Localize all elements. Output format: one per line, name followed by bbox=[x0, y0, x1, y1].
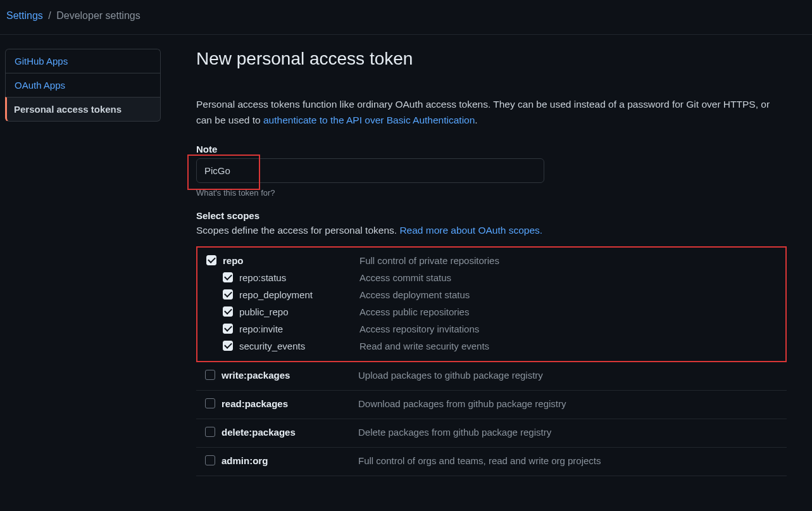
scope-checkbox-repo[interactable] bbox=[206, 255, 216, 265]
scope-row-delete-packages: delete:packages Delete packages from git… bbox=[205, 427, 778, 441]
main-content: New personal access token Personal acces… bbox=[166, 49, 812, 476]
scope-checkbox-repo-invite[interactable] bbox=[223, 324, 233, 334]
scopes-desc-text: Scopes define the access for personal to… bbox=[196, 225, 399, 236]
scope-row-security-events: security_events Read and write security … bbox=[206, 338, 777, 355]
token-description: Personal access tokens function like ord… bbox=[196, 97, 787, 129]
scope-desc: Access repository invitations bbox=[359, 324, 479, 334]
scope-name[interactable]: public_repo bbox=[239, 306, 359, 317]
scope-row-public-repo: public_repo Access public repositories bbox=[206, 303, 777, 320]
scope-desc: Delete packages from github package regi… bbox=[358, 427, 551, 438]
scope-name[interactable]: repo_deployment bbox=[239, 289, 359, 300]
scope-checkbox-repo-status[interactable] bbox=[223, 272, 233, 282]
scope-name[interactable]: delete:packages bbox=[222, 427, 358, 438]
scope-group-delete-packages: delete:packages Delete packages from git… bbox=[196, 419, 787, 448]
scope-row-admin-org: admin:org Full control of orgs and teams… bbox=[205, 455, 778, 469]
scope-group-admin-org: admin:org Full control of orgs and teams… bbox=[196, 448, 787, 476]
scope-row-repo-invite: repo:invite Access repository invitation… bbox=[206, 320, 777, 338]
scope-name[interactable]: security_events bbox=[239, 341, 359, 351]
scope-checkbox-public-repo[interactable] bbox=[223, 306, 233, 317]
note-hint: What's this token for? bbox=[196, 188, 787, 198]
scope-group-repo: repo Full control of private repositorie… bbox=[197, 248, 785, 361]
scope-row-repo: repo Full control of private repositorie… bbox=[206, 255, 777, 269]
breadcrumb-settings-link[interactable]: Settings bbox=[6, 10, 43, 21]
sidebar-item-oauth-apps[interactable]: OAuth Apps bbox=[5, 73, 161, 97]
scope-checkbox-repo-deployment[interactable] bbox=[223, 289, 233, 300]
page-title: New personal access token bbox=[196, 49, 787, 74]
breadcrumb: Settings / Developer settings bbox=[0, 0, 812, 35]
scope-desc: Full control of private repositories bbox=[359, 255, 499, 266]
scope-row-repo-status: repo:status Access commit status bbox=[206, 269, 777, 286]
scope-name[interactable]: repo bbox=[223, 255, 359, 266]
sidebar-item-github-apps[interactable]: GitHub Apps bbox=[5, 49, 161, 73]
scope-group-read-packages: read:packages Download packages from git… bbox=[196, 391, 787, 419]
scope-desc: Read and write security events bbox=[359, 341, 489, 351]
scope-name[interactable]: read:packages bbox=[222, 398, 358, 409]
oauth-scopes-link[interactable]: Read more about OAuth scopes. bbox=[399, 225, 542, 236]
scope-group-write-packages: write:packages Upload packages to github… bbox=[196, 362, 787, 391]
scope-row-read-packages: read:packages Download packages from git… bbox=[205, 398, 778, 412]
auth-api-link[interactable]: authenticate to the API over Basic Authe… bbox=[263, 115, 475, 125]
scope-checkbox-admin-org[interactable] bbox=[205, 455, 215, 465]
scope-desc: Access commit status bbox=[359, 272, 451, 283]
scope-desc: Download packages from github package re… bbox=[358, 398, 566, 409]
scope-checkbox-read-packages[interactable] bbox=[205, 398, 215, 408]
note-label: Note bbox=[196, 144, 787, 155]
scope-checkbox-write-packages[interactable] bbox=[205, 370, 215, 380]
scope-desc: Access deployment status bbox=[359, 289, 470, 300]
scope-name[interactable]: admin:org bbox=[222, 455, 358, 466]
breadcrumb-separator: / bbox=[48, 10, 51, 21]
sidebar: GitHub Apps OAuth Apps Personal access t… bbox=[0, 49, 166, 476]
scope-checkbox-security-events[interactable] bbox=[223, 341, 233, 351]
scopes-description: Scopes define the access for personal to… bbox=[196, 225, 787, 236]
sidebar-item-personal-access-tokens[interactable]: Personal access tokens bbox=[5, 97, 161, 122]
scope-name[interactable]: repo:invite bbox=[239, 324, 359, 334]
scope-name[interactable]: write:packages bbox=[222, 370, 358, 381]
note-input[interactable] bbox=[196, 158, 544, 183]
scopes-highlight-box: repo Full control of private repositorie… bbox=[196, 246, 787, 362]
scope-row-repo-deployment: repo_deployment Access deployment status bbox=[206, 286, 777, 303]
note-field-wrapper: What's this token for? bbox=[196, 158, 787, 198]
scope-desc: Access public repositories bbox=[359, 306, 469, 317]
scopes-rest: write:packages Upload packages to github… bbox=[196, 362, 787, 476]
scope-name[interactable]: repo:status bbox=[239, 272, 359, 283]
scope-row-write-packages: write:packages Upload packages to github… bbox=[205, 370, 778, 384]
scope-desc: Upload packages to github package regist… bbox=[358, 370, 543, 381]
scopes-label: Select scopes bbox=[196, 210, 787, 221]
breadcrumb-current: Developer settings bbox=[56, 10, 141, 21]
scope-checkbox-delete-packages[interactable] bbox=[205, 427, 215, 437]
scope-desc: Full control of orgs and teams, read and… bbox=[358, 455, 601, 466]
